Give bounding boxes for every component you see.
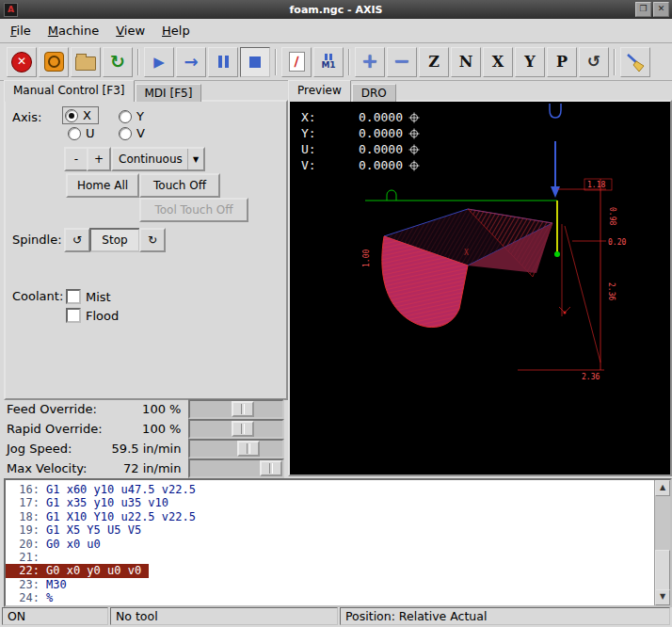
skip-lines-button[interactable]: ∕: [281, 47, 312, 77]
scroll-down-icon[interactable]: ▼: [655, 589, 670, 605]
scroll-up-icon[interactable]: ▲: [655, 480, 670, 496]
home-all-button[interactable]: Home All: [66, 173, 139, 198]
gcode-scrollbar[interactable]: ▲ ▼: [654, 480, 670, 605]
rotate-view-button[interactable]: ↺: [579, 47, 609, 77]
tab-preview[interactable]: Preview: [288, 80, 351, 102]
titlebar[interactable]: A foam.ngc - AXIS ❐ ✕: [0, 0, 672, 19]
gcode-listing[interactable]: 16:G1 x60 y10 u47.5 v22.5 17:G1 x35 y10 …: [4, 478, 672, 607]
gcode-line[interactable]: 21:: [6, 551, 670, 564]
jog-plus-button[interactable]: +: [87, 147, 111, 171]
spindle-reverse-button[interactable]: ↺: [64, 228, 90, 252]
menu-help[interactable]: Help: [153, 21, 199, 40]
run-icon: ▶: [153, 54, 165, 71]
axis-radio-y[interactable]: Y: [119, 109, 144, 123]
gcode-line-text: G1 X5 Y5 U5 V5: [46, 523, 141, 537]
jog-mode-value: Continuous: [113, 153, 187, 166]
gcode-line[interactable]: 23:M30: [6, 578, 670, 591]
homed-icon: [408, 160, 420, 171]
mist-checkbox[interactable]: Mist: [66, 289, 111, 304]
max-velocity-slider[interactable]: [188, 458, 284, 478]
machine-power-button[interactable]: [39, 47, 69, 77]
zoom-in-icon: +: [361, 52, 378, 72]
jog-mode-select[interactable]: Continuous ▼: [111, 147, 205, 171]
menu-view[interactable]: View: [107, 21, 153, 40]
zoom-out-button[interactable]: −: [387, 47, 417, 77]
view-z-button[interactable]: Z: [419, 47, 449, 77]
feed-override-slider[interactable]: [188, 399, 284, 419]
left-tabs: Manual Control [F3] MDI [F5]: [4, 82, 202, 102]
scrollbar-thumb[interactable]: [655, 550, 670, 591]
gcode-line[interactable]: 18:G1 X10 Y10 u22.5 v22.5: [6, 510, 670, 523]
view-x-button[interactable]: X: [483, 47, 513, 77]
gcode-line-number: 24:: [6, 591, 46, 604]
step-button[interactable]: →: [176, 47, 206, 77]
view-perspective-button[interactable]: P: [547, 47, 577, 77]
flood-checkbox[interactable]: Flood: [66, 308, 119, 323]
estop-button[interactable]: ✕: [7, 47, 37, 77]
close-button[interactable]: ✕: [653, 2, 669, 17]
view-y-button[interactable]: Y: [515, 47, 545, 77]
radio-v-icon: [119, 127, 132, 140]
view-z-back-button[interactable]: N: [451, 47, 481, 77]
clear-plot-button[interactable]: [620, 47, 650, 77]
folder-icon: [75, 56, 96, 71]
touch-off-button[interactable]: Touch Off: [139, 173, 220, 198]
radio-y-icon: [119, 110, 132, 123]
gcode-line-number: 23:: [6, 578, 46, 591]
jog-speed-slider[interactable]: [188, 439, 284, 458]
jog-minus-button[interactable]: -: [64, 147, 88, 171]
view-y-icon: Y: [524, 55, 535, 70]
axis-y-label: Y: [136, 109, 144, 123]
reload-file-button[interactable]: ↻: [103, 47, 133, 77]
spindle-forward-button[interactable]: ↻: [139, 228, 166, 252]
rapid-override-value: 100 %: [109, 422, 188, 436]
axis-radio-x[interactable]: X: [62, 106, 99, 124]
run-button[interactable]: ▶: [144, 47, 174, 77]
dim-label: 2.36: [582, 373, 600, 381]
stop-icon: [249, 56, 261, 68]
rotate-icon: ↺: [587, 54, 600, 70]
menu-machine[interactable]: Machine: [40, 21, 107, 40]
slider-handle[interactable]: [232, 421, 254, 437]
gcode-line-text: G1 x35 y10 u35 v10: [46, 496, 168, 509]
rapid-override-slider[interactable]: [188, 419, 284, 439]
dro-axis-value: 0.0000: [324, 126, 403, 140]
dro-axis-label: U:: [301, 142, 324, 156]
gcode-line[interactable]: 19:G1 X5 Y5 U5 V5: [6, 523, 670, 537]
zoom-in-button[interactable]: +: [355, 47, 385, 77]
jog-speed-value: 59.5 in/min: [109, 442, 188, 456]
feed-override-row: Feed Override: 100 %: [4, 399, 284, 419]
radio-x-icon: [65, 109, 78, 122]
stop-button[interactable]: [240, 47, 270, 77]
toolbar: ✕ ↻ ▶ → ∕ M1 + − Z N X Y P ↺: [0, 43, 672, 81]
tab-manual-control[interactable]: Manual Control [F3]: [4, 80, 135, 102]
gcode-line[interactable]: 17:G1 x35 y10 u35 v10: [6, 496, 670, 509]
slider-handle[interactable]: [237, 441, 260, 457]
gcode-line-number: 18:: [6, 510, 46, 523]
chevron-down-icon: ▼: [187, 149, 203, 169]
slider-handle[interactable]: [232, 401, 254, 417]
maximize-button[interactable]: ❐: [635, 2, 651, 17]
feed-override-value: 100 %: [109, 402, 188, 416]
dro-axis-label: Y:: [301, 126, 324, 140]
dro-row-y: Y: 0.0000: [301, 125, 420, 141]
gcode-line-active[interactable]: 22:G0 x0 y0 u0 v0: [6, 564, 149, 577]
gcode-line[interactable]: 24:%: [6, 591, 670, 604]
open-file-button[interactable]: [71, 47, 101, 77]
toolbar-separator: [348, 49, 350, 75]
tab-mdi[interactable]: MDI [F5]: [136, 84, 202, 102]
axis-radio-u[interactable]: U: [68, 126, 95, 140]
gcode-line[interactable]: 20:G0 x0 u0: [6, 538, 670, 551]
spindle-ccw-icon: ↺: [72, 233, 82, 247]
tab-dro[interactable]: DRO: [352, 84, 396, 102]
gcode-line[interactable]: 16:G1 x60 y10 u47.5 v22.5: [6, 483, 670, 496]
spindle-stop-button[interactable]: Stop: [89, 228, 140, 252]
axis-radio-v[interactable]: V: [119, 126, 145, 140]
slider-handle[interactable]: [260, 460, 282, 476]
jog-speed-row: Jog Speed: 59.5 in/min: [4, 439, 284, 458]
menu-file[interactable]: File: [2, 21, 40, 40]
dim-label: 1.18: [587, 181, 605, 189]
pause-button[interactable]: [208, 47, 238, 77]
preview-canvas[interactable]: 1.18 0.98 0.20 2.36 2.36 1.00 X X: 0.000…: [290, 102, 670, 474]
optional-stop-button[interactable]: M1: [313, 47, 344, 77]
